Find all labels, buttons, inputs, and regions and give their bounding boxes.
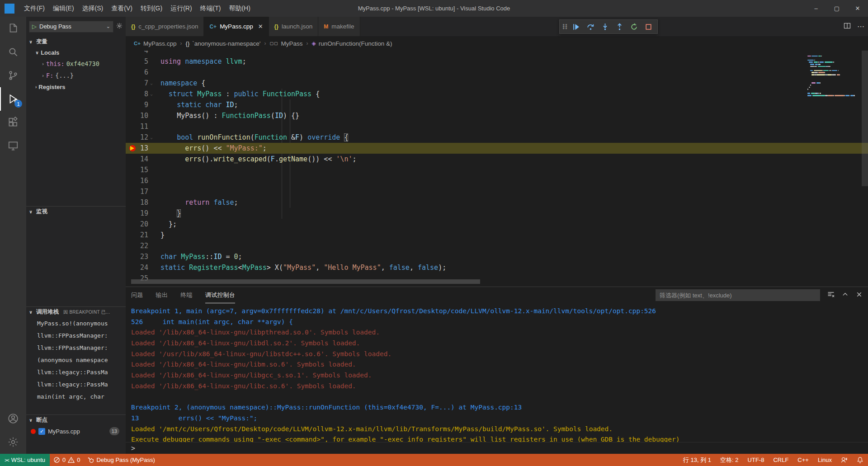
line-number[interactable]: 24: [126, 262, 148, 273]
panel-tab-问题[interactable]: 问题: [131, 287, 143, 303]
debug-console-input[interactable]: >: [126, 442, 868, 454]
status-item[interactable]: C++: [793, 454, 813, 466]
tab-c_cpp_properties.json[interactable]: {}c_cpp_properties.json: [126, 17, 204, 36]
breadcrumb-item[interactable]: MyPass: [281, 40, 302, 47]
drag-handle[interactable]: ●●●●●●: [562, 24, 568, 29]
vertical-scrollbar[interactable]: [862, 51, 868, 186]
account-icon[interactable]: [0, 407, 26, 430]
line-number[interactable]: 14: [126, 154, 148, 165]
menu-item[interactable]: 查看(V): [107, 0, 137, 17]
close-panel-icon[interactable]: [856, 291, 863, 300]
configure-gear-icon[interactable]: [116, 22, 123, 31]
fold-chevron-icon[interactable]: ⌄: [150, 132, 153, 143]
stack-frame[interactable]: llvm::legacy::PassMa: [26, 378, 126, 391]
settings-gear-icon[interactable]: [0, 430, 26, 454]
console-filter-input[interactable]: [656, 289, 820, 301]
watch-section-header[interactable]: ∨ 监视: [26, 206, 126, 217]
stack-frame[interactable]: (anonymous namespace: [26, 354, 126, 366]
line-number[interactable]: 21: [126, 230, 148, 240]
step-over-button[interactable]: [584, 21, 597, 33]
status-item[interactable]: CRLF: [769, 454, 793, 466]
continue-button[interactable]: [570, 21, 582, 33]
split-editor-icon[interactable]: [844, 22, 851, 31]
menu-item[interactable]: 转到(G): [137, 0, 166, 17]
menu-item[interactable]: 选择(S): [78, 0, 108, 17]
breakpoint-item[interactable]: ✓ MyPass.cpp 13: [26, 425, 126, 437]
line-number[interactable]: 8: [126, 89, 148, 99]
breakpoint-checkbox[interactable]: ✓: [38, 428, 45, 435]
panel-tab-调试控制台[interactable]: 调试控制台: [205, 287, 236, 303]
stack-frame[interactable]: llvm::FPPassManager:: [26, 342, 126, 354]
variable-row[interactable]: ›F:{...}: [26, 70, 126, 81]
line-number[interactable]: 6: [126, 67, 148, 78]
stop-button[interactable]: [642, 21, 655, 33]
maximize-button[interactable]: ▢: [826, 0, 847, 17]
locals-scope[interactable]: ∨ Locals: [26, 47, 126, 58]
registers-scope[interactable]: › Registers: [26, 81, 126, 92]
search-icon[interactable]: [0, 40, 26, 64]
start-debug-icon[interactable]: ▷: [32, 23, 37, 30]
debug-console-output[interactable]: Breakpoint 1, main (argc=7, argv=0x7ffff…: [126, 303, 868, 442]
tab-launch.json[interactable]: {}launch.json: [269, 17, 319, 36]
line-number[interactable]: 13: [126, 143, 148, 154]
status-item[interactable]: UTF-8: [743, 454, 769, 466]
clear-console-icon[interactable]: [827, 291, 835, 300]
breadcrumb-item[interactable]: MyPass.cpp: [143, 40, 177, 47]
code-editor[interactable]: 45using namespace llvm;67⌄namespace {8⌄ …: [126, 51, 868, 287]
feedback-icon[interactable]: [836, 454, 852, 466]
minimize-button[interactable]: –: [806, 0, 826, 17]
breadcrumb-item[interactable]: runOnFunction(Function &): [319, 40, 392, 47]
status-item[interactable]: 行 13, 列 1: [679, 454, 716, 466]
menu-item[interactable]: 终端(T): [196, 0, 225, 17]
line-number[interactable]: 18: [126, 197, 148, 208]
line-number[interactable]: 20: [126, 219, 148, 230]
debug-config-dropdown[interactable]: ▷ Debug Pass ⌄: [29, 21, 113, 33]
tab-MyPass.cpp[interactable]: C+MyPass.cpp✕: [204, 17, 269, 36]
line-number[interactable]: 5: [126, 56, 148, 67]
run-and-debug-icon[interactable]: 1: [0, 87, 26, 111]
fold-chevron-icon[interactable]: ⌄: [150, 78, 153, 89]
variables-section-header[interactable]: ∨ 变量: [26, 36, 126, 47]
more-actions-icon[interactable]: ⋯: [857, 22, 864, 31]
stack-frame[interactable]: llvm::FPPassManager:: [26, 329, 126, 342]
maximize-panel-icon[interactable]: [842, 291, 849, 300]
line-number[interactable]: 7: [126, 78, 148, 89]
panel-tab-输出[interactable]: 输出: [156, 287, 168, 303]
menu-item[interactable]: 帮助(H): [225, 0, 254, 17]
line-number[interactable]: 19: [126, 208, 148, 219]
variable-row[interactable]: ›this:0xf4e4730: [26, 58, 126, 70]
status-item[interactable]: Linux: [813, 454, 836, 466]
line-number[interactable]: 12: [126, 132, 148, 143]
line-number[interactable]: 22: [126, 240, 148, 251]
close-tab-icon[interactable]: ✕: [258, 23, 263, 30]
step-out-button[interactable]: [613, 21, 626, 33]
menu-item[interactable]: 编辑(E): [49, 0, 78, 17]
line-number[interactable]: 10: [126, 110, 148, 121]
line-number[interactable]: 4: [126, 51, 148, 56]
debug-session-status[interactable]: Debug Pass (MyPass): [84, 454, 158, 466]
stack-frame[interactable]: main(int argc, char: [26, 391, 126, 403]
tab-makefile[interactable]: Mmakefile: [318, 17, 360, 36]
breadcrumb-item[interactable]: `anonymous-namespace': [192, 40, 260, 47]
status-item[interactable]: 空格: 2: [716, 454, 743, 466]
extensions-icon[interactable]: [0, 111, 26, 134]
remote-explorer-icon[interactable]: [0, 134, 26, 158]
notifications-bell-icon[interactable]: [852, 454, 868, 466]
menu-item[interactable]: 运行(R): [166, 0, 196, 17]
line-number[interactable]: 23: [126, 251, 148, 262]
remote-indicator[interactable]: >< WSL: ubuntu: [0, 454, 50, 466]
line-number[interactable]: 15: [126, 165, 148, 175]
explorer-icon[interactable]: [0, 17, 26, 40]
stack-frame[interactable]: MyPass.so!(anonymous: [26, 317, 126, 329]
step-into-button[interactable]: [599, 21, 611, 33]
restart-button[interactable]: [627, 21, 640, 33]
panel-tab-终端[interactable]: 终端: [180, 287, 193, 303]
breakpoints-section-header[interactable]: ∨ 断点: [26, 414, 126, 425]
fold-chevron-icon[interactable]: ⌄: [150, 89, 153, 99]
close-button[interactable]: ✕: [847, 0, 868, 17]
minimap[interactable]: [807, 52, 858, 110]
stack-frame[interactable]: llvm::legacy::PassMa: [26, 366, 126, 378]
line-number[interactable]: 17: [126, 186, 148, 197]
call-stack-section-header[interactable]: ∨ 调用堆栈 因 BREAKPOINT 已...: [26, 306, 126, 317]
horizontal-scrollbar[interactable]: [131, 279, 480, 284]
